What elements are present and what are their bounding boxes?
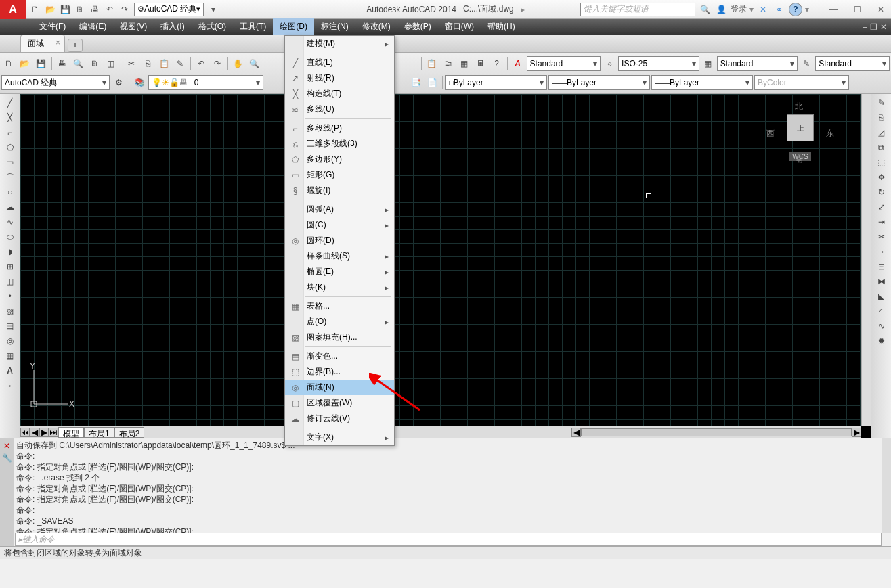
save-icon[interactable]: 💾 <box>34 56 49 71</box>
scale-icon[interactable]: ⤢ <box>873 200 890 214</box>
menu-item-建模M[interactable]: 建模(M)▸ <box>285 36 394 51</box>
move-icon[interactable]: ✥ <box>873 170 890 185</box>
point-icon[interactable]: • <box>1 289 19 304</box>
maximize-button[interactable]: ☐ <box>850 3 865 16</box>
menu-edit[interactable]: 编辑(E) <box>72 18 113 35</box>
save-icon[interactable]: 💾 <box>58 3 72 16</box>
dimstyle-icon[interactable]: ⟐ <box>602 56 617 71</box>
minimize-button[interactable]: — <box>825 3 842 16</box>
erase-icon[interactable]: ✎ <box>873 95 890 110</box>
menu-item-构造线T[interactable]: ╳构造线(T) <box>285 86 394 101</box>
new-tab-button[interactable]: + <box>68 39 83 52</box>
textstyle-icon[interactable]: A <box>510 56 525 71</box>
color-combo[interactable]: □ ByLayer▾ <box>446 75 547 90</box>
zoom-icon[interactable]: 🔍 <box>247 56 262 71</box>
mdi-restore-icon[interactable]: ❐ <box>870 22 877 32</box>
menu-view[interactable]: 视图(V) <box>113 18 154 35</box>
join-icon[interactable]: ⧓ <box>873 274 890 289</box>
open-icon[interactable]: 📂 <box>18 56 32 71</box>
menu-parametric[interactable]: 参数(P) <box>397 18 438 35</box>
open-icon[interactable]: 📂 <box>43 3 57 16</box>
title-dropdown-icon[interactable]: ▸ <box>521 5 525 14</box>
menu-item-边界B[interactable]: ⬚边界(B)... <box>285 364 394 380</box>
cut-icon[interactable]: ✂ <box>124 56 139 71</box>
search-input[interactable]: 键入关键字或短语 <box>580 3 695 16</box>
menu-item-多段线P[interactable]: ⌐多段线(P) <box>285 120 394 136</box>
menu-item-面域N[interactable]: ◎面域(N) <box>285 380 394 395</box>
menu-item-文字X[interactable]: 文字(X)▸ <box>285 430 394 445</box>
tablestyle-icon[interactable]: ▦ <box>701 56 716 71</box>
cmdwin-handle[interactable]: ✕ 🔧 <box>0 438 14 546</box>
qat-dropdown-icon[interactable]: ▾ <box>207 3 220 16</box>
menu-item-圆环D[interactable]: ◎圆环(D) <box>285 233 394 248</box>
menu-draw[interactable]: 绘图(D) <box>273 18 314 35</box>
help-icon[interactable]: ? <box>789 3 802 16</box>
layer-manager-icon[interactable]: 📚 <box>132 75 147 90</box>
calc-icon[interactable]: 🖩 <box>473 56 488 71</box>
paste-icon[interactable]: 📋 <box>156 56 171 71</box>
tab-layout2[interactable]: 布局2 <box>114 427 145 438</box>
explode-icon[interactable]: ✹ <box>873 334 890 348</box>
help-icon[interactable]: ? <box>490 56 504 71</box>
menu-item-修订云线V[interactable]: ☁修订云线(V) <box>285 411 394 426</box>
menu-item-图案填充H[interactable]: ▨图案填充(H)... <box>285 330 394 345</box>
layerstate-icon[interactable]: 📑 <box>408 75 423 90</box>
sheetset-icon[interactable]: 🗂 <box>441 56 456 71</box>
command-input[interactable]: ▸ 键入命令 <box>15 533 882 546</box>
menu-window[interactable]: 窗口(W) <box>438 18 481 35</box>
scroll-right-icon[interactable]: ▶ <box>852 428 861 437</box>
matchprop-icon[interactable]: ✎ <box>173 56 188 71</box>
menu-format[interactable]: 格式(O) <box>192 18 233 35</box>
plot-icon[interactable]: 🖶 <box>55 56 70 71</box>
document-tab[interactable]: 面域× <box>20 35 65 52</box>
ellipsearc-icon[interactable]: ◗ <box>1 244 19 259</box>
menu-item-螺旋I[interactable]: §螺旋(I) <box>285 183 394 198</box>
layer-combo[interactable]: 💡☀🔓🖶 □ 0▾ <box>148 75 263 90</box>
chamfer-icon[interactable]: ◣ <box>873 289 890 304</box>
mleaderstyle-combo[interactable]: Standard▾ <box>815 56 890 71</box>
layeriso-icon[interactable]: 📄 <box>425 75 439 90</box>
undo-icon[interactable]: ↶ <box>103 3 116 16</box>
menu-item-圆C[interactable]: 圆(C)▸ <box>285 217 394 233</box>
dimstyle-combo[interactable]: ISO-25▾ <box>618 56 699 71</box>
textstyle-combo[interactable]: Standard▾ <box>527 56 601 71</box>
pline-icon[interactable]: ⌐ <box>1 125 19 140</box>
ellipse-icon[interactable]: ⬭ <box>1 229 19 244</box>
drawing-canvas[interactable]: YX 北 西 东 上 南 WCS <box>20 94 861 426</box>
cmdwin-tool-icon[interactable]: 🔧 <box>2 453 12 463</box>
tab-close-icon[interactable]: × <box>56 38 60 47</box>
menu-item-椭圆E[interactable]: 椭圆(E)▸ <box>285 264 394 279</box>
tablestyle-combo[interactable]: Standard▾ <box>717 56 798 71</box>
tab-layout1[interactable]: 布局1 <box>84 427 114 438</box>
plotstyle-combo[interactable]: ByColor▾ <box>754 75 849 90</box>
line-icon[interactable]: ╱ <box>1 95 19 110</box>
user-icon[interactable]: 👤 <box>714 3 728 16</box>
menu-item-圆弧A[interactable]: 圆弧(A)▸ <box>285 202 394 217</box>
insert-icon[interactable]: ⊞ <box>1 259 19 274</box>
menu-tools[interactable]: 工具(T) <box>233 18 273 35</box>
menu-file[interactable]: 文件(F) <box>32 18 72 35</box>
undo-icon[interactable]: ↶ <box>194 56 209 71</box>
mirror-icon[interactable]: ◿ <box>873 125 890 140</box>
revcloud-icon[interactable]: ☁ <box>1 200 19 214</box>
hatch-icon[interactable]: ▨ <box>1 304 19 319</box>
lineweight-combo[interactable]: —— ByLayer▾ <box>651 75 753 90</box>
workspace-combo-qat[interactable]: ⚙AutoCAD 经典 ▾ <box>134 3 204 16</box>
mleaderstyle-icon[interactable]: ✎ <box>799 56 814 71</box>
arc-icon[interactable]: ⌒ <box>1 170 19 185</box>
table-icon[interactable]: ▦ <box>1 348 19 363</box>
linetype-combo[interactable]: —— ByLayer▾ <box>548 75 650 90</box>
nav-first-icon[interactable]: ⏮ <box>20 428 30 437</box>
menu-item-矩形G[interactable]: ▭矩形(G) <box>285 167 394 183</box>
view-cube[interactable]: 北 西 东 上 南 WCS <box>766 101 834 182</box>
trim-icon[interactable]: ✂ <box>873 229 890 244</box>
xline-icon[interactable]: ╳ <box>1 110 19 125</box>
menu-item-点O[interactable]: 点(O)▸ <box>285 314 394 330</box>
menu-item-多线U[interactable]: ≋多线(U) <box>285 101 394 117</box>
search-icon[interactable]: 🔍 <box>698 3 712 16</box>
login-label[interactable]: 登录 <box>731 3 747 15</box>
offset-icon[interactable]: ⧉ <box>873 140 890 155</box>
plot-icon[interactable]: 🖶 <box>88 3 102 16</box>
menu-item-样条曲线S[interactable]: 样条曲线(S)▸ <box>285 248 394 264</box>
close-button[interactable]: ✕ <box>873 3 888 16</box>
